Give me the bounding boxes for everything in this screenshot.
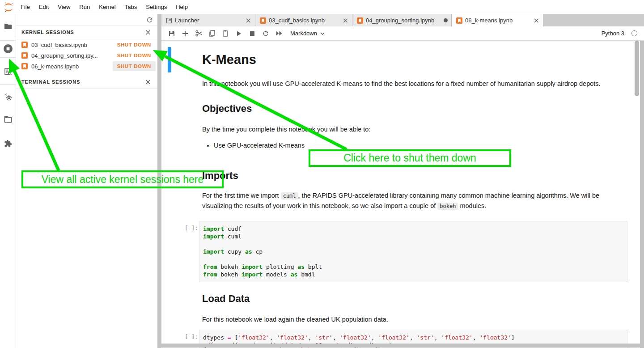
notebook-toolbar: Markdown Python 3: [161, 26, 644, 41]
terminal-sessions-header: TERMINAL SESSIONS ×: [16, 75, 157, 89]
paste-cells-button[interactable]: [219, 28, 232, 39]
tab-label: 04_grouping_sorting.ipynb: [366, 17, 441, 24]
tab-label: 03_cudf_basics.ipynb: [269, 17, 340, 24]
tab-bar: Launcher × 03_cudf_basics.ipynb × 04_gro…: [161, 14, 644, 26]
menu-view[interactable]: View: [53, 4, 75, 10]
kernel-session-row[interactable]: 06_k-means.ipynb SHUT DOWN: [16, 61, 157, 72]
section-heading: Objectives: [202, 103, 627, 115]
notebook-icon: [21, 63, 28, 69]
markdown-cell[interactable]: Objectives By the time you complete this…: [202, 103, 627, 150]
cut-icon: [195, 30, 203, 37]
notebook-icon: [21, 42, 28, 48]
notebook-content: K-Means In this notebook you will use GP…: [161, 41, 644, 348]
notebook-icon: [456, 17, 462, 24]
kernel-name: Python 3: [602, 30, 624, 37]
activity-divider: [0, 40, 16, 41]
interrupt-kernel-button[interactable]: [246, 28, 259, 39]
extensions-puzzle-icon[interactable]: [0, 140, 16, 148]
restart-kernel-button[interactable]: [259, 28, 272, 39]
kernel-sessions-header: KERNEL SESSIONS ×: [16, 25, 157, 39]
menu-tabs[interactable]: Tabs: [120, 4, 141, 10]
close-icon[interactable]: ×: [534, 16, 539, 25]
section-heading: Load Data: [202, 293, 627, 305]
jupyter-logo-icon: [4, 2, 13, 13]
tab-04-grouping-sorting[interactable]: 04_grouping_sorting.ipynb: [352, 14, 452, 26]
session-name: 03_cudf_basics.ipynb: [31, 42, 113, 48]
open-tabs-icon[interactable]: [0, 116, 16, 123]
property-inspector-icon[interactable]: [0, 68, 16, 76]
markdown-cell[interactable]: Imports For the first time we import cum…: [202, 170, 627, 211]
close-icon[interactable]: ×: [343, 16, 348, 25]
horizontal-scrollbar[interactable]: [161, 344, 644, 348]
shutdown-button[interactable]: SHUT DOWN: [113, 51, 156, 60]
section-heading: Imports: [202, 170, 627, 182]
menu-help[interactable]: Help: [171, 4, 192, 10]
code-editor[interactable]: import cudfimport cuml import cupy as cp…: [199, 221, 627, 282]
kernel-session-row[interactable]: 04_grouping_sorting.ipy... SHUT DOWN: [16, 50, 157, 61]
running-sessions-icon[interactable]: [0, 44, 16, 54]
notebook-title: K-Means: [202, 52, 627, 67]
activity-divider: [0, 84, 16, 85]
restart-run-all-button[interactable]: [272, 28, 286, 39]
active-cell-indicator[interactable]: [168, 47, 171, 72]
markdown-cell[interactable]: K-Means In this notebook you will use GP…: [202, 52, 627, 89]
paragraph: For the first time we import cuml, the R…: [202, 191, 627, 211]
tab-06-k-means[interactable]: 06_k-means.ipynb ×: [452, 14, 543, 26]
cell-type-dropdown[interactable]: Markdown: [290, 30, 325, 37]
left-activity-bar: [0, 14, 16, 348]
close-icon[interactable]: ×: [145, 29, 151, 36]
restart-kernel-icon: [262, 30, 269, 37]
session-name: 06_k-means.ipynb: [31, 63, 113, 70]
menu-settings[interactable]: Settings: [141, 4, 171, 10]
terminal-sessions-title: TERMINAL SESSIONS: [21, 79, 145, 85]
menu-kernel[interactable]: Kernel: [94, 4, 120, 10]
add-cell-icon: [182, 30, 189, 37]
launcher-icon: [166, 17, 172, 24]
shutdown-button[interactable]: SHUT DOWN: [113, 61, 156, 71]
cell-prompt: [ ]:: [181, 221, 199, 282]
paste-icon: [222, 30, 229, 37]
stop-icon: [250, 31, 255, 36]
menu-run[interactable]: Run: [75, 4, 94, 10]
run-cell-button[interactable]: [232, 28, 246, 39]
menubar: File Edit View Run Kernel Tabs Settings …: [0, 0, 644, 14]
vertical-scrollbar[interactable]: [635, 41, 639, 96]
files-icon[interactable]: [0, 23, 16, 30]
kernel-indicator[interactable]: Python 3: [602, 30, 644, 37]
settings-gears-icon[interactable]: [0, 93, 16, 101]
refresh-sessions-icon[interactable]: [146, 16, 153, 24]
unsaved-dot-icon[interactable]: [444, 18, 448, 22]
cut-cells-button[interactable]: [192, 28, 205, 39]
tab-label: 06_k-means.ipynb: [465, 17, 531, 24]
main-area: Launcher × 03_cudf_basics.ipynb × 04_gro…: [161, 14, 644, 348]
run-icon: [236, 30, 242, 37]
tab-launcher[interactable]: Launcher ×: [161, 14, 255, 26]
save-button[interactable]: [165, 28, 178, 39]
menu-file[interactable]: File: [16, 4, 34, 10]
inline-code: bokeh: [437, 203, 458, 210]
paragraph: By the time you complete this notebook y…: [202, 124, 627, 134]
menu-edit[interactable]: Edit: [34, 4, 53, 10]
tab-03-cudf-basics[interactable]: 03_cudf_basics.ipynb ×: [255, 14, 352, 26]
kernel-sessions-title: KERNEL SESSIONS: [21, 30, 145, 35]
close-icon[interactable]: ×: [246, 16, 251, 25]
activity-divider: [0, 57, 16, 58]
paragraph: In this notebook you will use GPU-accele…: [202, 79, 627, 89]
code-cell[interactable]: [ ]: import cudfimport cuml import cupy …: [181, 221, 627, 282]
chevron-down-icon: [320, 32, 325, 35]
add-cell-button[interactable]: [178, 28, 192, 39]
notebook-icon: [357, 17, 363, 24]
copy-icon: [208, 30, 216, 37]
sessions-toolbar: [16, 14, 157, 25]
save-icon: [168, 30, 175, 37]
tab-label: Launcher: [175, 17, 243, 24]
kernel-session-row[interactable]: 03_cudf_basics.ipynb SHUT DOWN: [16, 39, 157, 50]
shutdown-button[interactable]: SHUT DOWN: [113, 40, 156, 50]
copy-cells-button[interactable]: [205, 28, 219, 39]
session-name: 04_grouping_sorting.ipy...: [31, 52, 113, 59]
run-all-icon: [275, 30, 283, 36]
markdown-cell[interactable]: Load Data For this notebook we load agai…: [202, 293, 627, 324]
close-icon[interactable]: ×: [145, 78, 151, 86]
kernel-status-icon: [631, 30, 637, 36]
panel-divider[interactable]: [157, 14, 161, 348]
